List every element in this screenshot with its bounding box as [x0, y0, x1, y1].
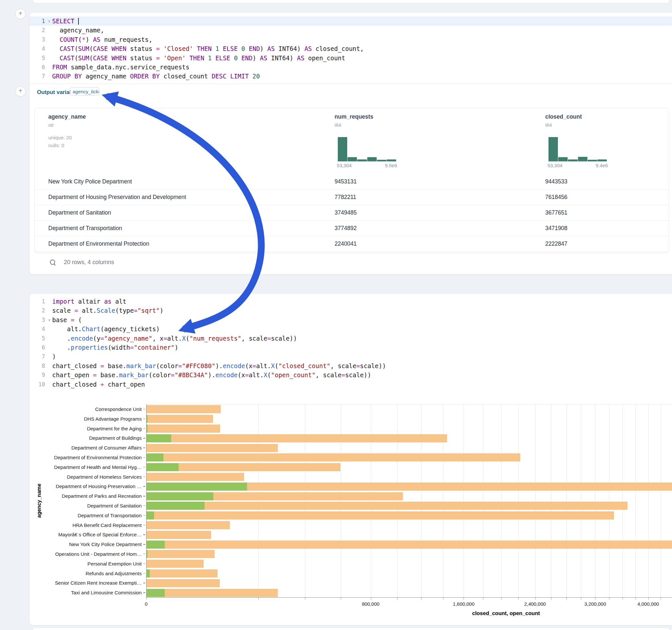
sql-editor[interactable]: 1∨SELECT 2 agency_name,3 COUNT(*) AS num… [29, 17, 672, 81]
x-tick [535, 597, 535, 600]
sql-line-5[interactable]: 5 CAST(SUM(CASE WHEN status = 'Open' THE… [29, 53, 672, 63]
sql-line-7[interactable]: 7GROUP BY agency_name ORDER BY closed_co… [29, 72, 672, 81]
table-row[interactable]: Department of Environmental Protection22… [35, 236, 669, 252]
bar-closed-count[interactable] [146, 405, 221, 413]
y-tick [143, 486, 145, 487]
x-tick [483, 597, 483, 600]
table-cell: Department of Environmental Protection [48, 236, 149, 251]
gridline [566, 405, 567, 598]
bar-closed-count[interactable] [146, 579, 220, 587]
fold-chevron-icon[interactable]: ∨ [48, 316, 50, 325]
table-row[interactable]: Department of Transportation377489234719… [35, 220, 669, 236]
y-axis-label: Department of Consumer Affairs [29, 445, 142, 451]
python-line-3[interactable]: 3∨base = ( [29, 315, 672, 324]
bar-closed-count[interactable] [146, 425, 220, 433]
y-tick [143, 554, 145, 555]
python-line-5[interactable]: 5 .encode(y="agency_name", x=alt.X("num_… [29, 334, 672, 343]
bar-open-count[interactable] [146, 483, 247, 491]
column-header-closed_count[interactable]: closed_counti64 [545, 114, 582, 128]
plot-area [146, 404, 672, 598]
line-number: 8 [29, 361, 48, 370]
code-text: chart_closed = base.mark_bar(color="#FFC… [48, 361, 386, 370]
python-line-8[interactable]: 8chart_closed = base.mark_bar(color="#FF… [29, 361, 672, 370]
bar-closed-count[interactable] [146, 589, 278, 597]
gridline [463, 405, 464, 598]
bar-open-count[interactable] [146, 492, 213, 500]
sql-line-3[interactable]: 3 COUNT(*) AS num_requests, [29, 35, 672, 44]
python-line-4[interactable]: 4 alt.Chart(agency_tickets) [29, 324, 672, 334]
bar-closed-count[interactable] [146, 550, 215, 558]
sql-line-1[interactable]: 1∨SELECT [29, 17, 672, 26]
bar-closed-count[interactable] [146, 473, 244, 481]
python-line-7[interactable]: 7) [29, 352, 672, 361]
bar-closed-count[interactable] [146, 540, 672, 549]
x-tick [609, 597, 609, 600]
python-line-10[interactable]: 10chart_closed + chart_open [29, 380, 672, 389]
bar-open-count[interactable] [146, 463, 178, 471]
x-tick [258, 597, 259, 600]
x-axis-label: 0 [145, 601, 147, 607]
table-summary: 20 rows, 4 columns [64, 259, 114, 266]
table-cell: 9453131 [335, 174, 357, 189]
bar-closed-count[interactable] [146, 521, 230, 529]
line-number: 7 [29, 352, 48, 361]
y-axis-label: Department of Health and Mental Hyg… [29, 464, 142, 469]
add-cell-button-middle[interactable]: + [15, 86, 26, 97]
bar-closed-count[interactable] [146, 434, 447, 442]
bar-open-count[interactable] [146, 502, 205, 510]
y-tick [143, 496, 145, 496]
y-tick [143, 525, 145, 526]
table-row[interactable]: Department of Sanitation37494853677651 [35, 205, 669, 221]
x-axis-title: closed_count, open_count [472, 610, 540, 616]
table-row[interactable]: New York City Police Department945313194… [35, 174, 669, 190]
search-icon[interactable] [50, 259, 56, 266]
bar-open-count[interactable] [146, 434, 171, 442]
y-axis-label: HRA Benefit Card Replacement [29, 522, 142, 528]
bar-closed-count[interactable] [146, 511, 614, 519]
bar-open-count[interactable] [146, 540, 165, 549]
python-line-9[interactable]: 9chart_open = base.mark_bar(color="#8BC3… [29, 370, 672, 380]
line-number: 5 [29, 53, 48, 63]
bar-closed-count[interactable] [146, 415, 213, 423]
output-variable-pill[interactable]: agency_tickets [70, 87, 99, 96]
python-line-2[interactable]: 2scale = alt.Scale(type="sqrt") [29, 306, 672, 315]
fold-chevron-icon[interactable]: ∨ [48, 17, 50, 26]
python-line-1[interactable]: 1import altair as alt [29, 297, 672, 306]
bar-closed-count[interactable] [146, 570, 217, 578]
bar-open-count[interactable] [146, 511, 154, 519]
bar-closed-count[interactable] [146, 502, 628, 510]
previous-cell-edge [32, 0, 670, 3]
y-tick [143, 544, 145, 545]
gridline [648, 405, 649, 598]
table-cell: Department of Sanitation [48, 205, 111, 220]
y-tick [143, 534, 145, 535]
gridline [535, 405, 535, 598]
y-axis-label: Mayorâ€ s Office of Special Enforce… [29, 532, 142, 537]
add-cell-button-top[interactable]: + [15, 9, 26, 19]
gridline [397, 405, 398, 598]
table-row[interactable]: Department of Housing Preservation and D… [35, 189, 669, 205]
bar-open-count[interactable] [146, 570, 150, 578]
table-cell: New York City Police Department [48, 174, 132, 189]
bar-open-count[interactable] [146, 453, 163, 461]
sql-line-2[interactable]: 2 agency_name, [29, 26, 672, 35]
code-text: .properties(width="container") [48, 343, 178, 352]
sql-line-4[interactable]: 4 CAST(SUM(CASE WHEN status = 'Closed' T… [29, 44, 672, 53]
y-tick [143, 447, 145, 448]
python-line-6[interactable]: 6 .properties(width="container") [29, 343, 672, 352]
gridline [551, 405, 551, 598]
column-header-agency_name[interactable]: agency_namestrunique: 20nulls: 0 [48, 114, 86, 149]
python-editor[interactable]: 1import altair as alt2scale = alt.Scale(… [29, 297, 672, 389]
bar-closed-count[interactable] [146, 444, 278, 452]
sql-line-6[interactable]: 6FROM sample_data.nyc.service_requests [29, 63, 672, 72]
bar-closed-count[interactable] [146, 531, 211, 539]
column-header-num_requests[interactable]: num_requestsi64 [335, 114, 374, 128]
bar-closed-count[interactable] [146, 453, 520, 461]
line-number: 6 [29, 343, 48, 352]
y-axis-label: Refunds and Adjustments [29, 571, 142, 576]
column-histogram [549, 137, 607, 162]
x-tick [341, 597, 341, 600]
x-tick [551, 597, 551, 600]
bar-closed-count[interactable] [146, 560, 203, 568]
bar-open-count[interactable] [146, 589, 165, 597]
